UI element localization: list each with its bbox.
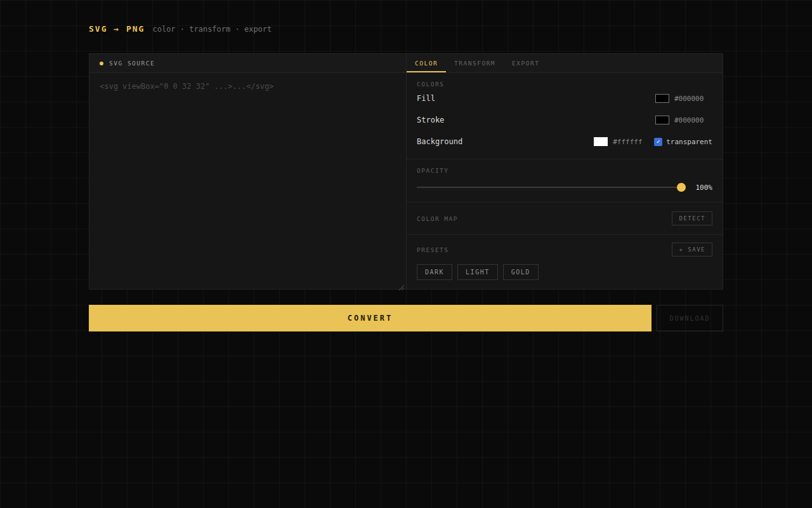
preset-light-button[interactable]: LIGHT [457, 264, 498, 280]
status-dot-icon [100, 62, 103, 65]
fill-label: Fill [417, 94, 655, 103]
opacity-slider-thumb[interactable] [677, 183, 686, 192]
background-color-row: Background #ffffff transparent [417, 131, 712, 152]
opacity-section-title: OPACITY [417, 167, 712, 174]
preset-gold-button[interactable]: GOLD [503, 264, 539, 280]
opacity-slider[interactable] [417, 183, 686, 192]
stroke-hex-value: #000000 [674, 116, 712, 124]
fill-hex-value: #000000 [674, 95, 712, 103]
textarea-resize-handle[interactable] [398, 281, 404, 287]
save-preset-button[interactable]: + SAVE [672, 243, 712, 257]
convert-button[interactable]: CONVERT [89, 305, 652, 331]
stroke-color-swatch[interactable] [655, 116, 669, 124]
opacity-value: 100% [686, 184, 712, 192]
svg-source-title: SVG SOURCE [109, 60, 155, 67]
color-map-section: COLOR MAP DETECT [407, 203, 723, 235]
color-map-section-title: COLOR MAP [417, 215, 458, 222]
app-header: SVG → PNG color · transform · export [89, 24, 723, 37]
opacity-slider-row: 100% [417, 183, 712, 192]
action-bar: CONVERT DOWNLOAD [89, 305, 723, 331]
fill-color-swatch[interactable] [655, 94, 669, 103]
download-button[interactable]: DOWNLOAD [657, 305, 723, 331]
brand-from: SVG [89, 24, 107, 34]
svg-source-input[interactable] [89, 73, 406, 289]
transparent-checkbox-label: transparent [666, 138, 712, 146]
background-color-swatch[interactable] [594, 137, 608, 146]
arrow-right-icon: → [114, 24, 120, 34]
tab-color[interactable]: COLOR [407, 54, 446, 72]
stroke-label: Stroke [417, 116, 655, 124]
controls-panel: COLOR TRANSFORM EXPORT COLORS Fill #0000… [407, 54, 723, 289]
svg-source-header: SVG SOURCE [89, 54, 406, 73]
preset-buttons: DARK LIGHT GOLD [417, 264, 712, 280]
detect-button[interactable]: DETECT [672, 211, 712, 225]
fill-color-row: Fill #000000 [417, 88, 712, 109]
opacity-section: OPACITY 100% [407, 159, 723, 203]
transparent-checkbox[interactable] [654, 138, 662, 146]
background-hex-value: #ffffff [613, 138, 651, 146]
background-label: Background [417, 137, 594, 146]
presets-section: PRESETS + SAVE DARK LIGHT GOLD [407, 235, 723, 289]
presets-section-title: PRESETS [417, 246, 449, 253]
colors-section: COLORS Fill #000000 Stroke #000000 Backg… [407, 73, 723, 159]
tab-bar: COLOR TRANSFORM EXPORT [407, 54, 723, 73]
tab-transform[interactable]: TRANSFORM [446, 54, 504, 72]
opacity-slider-track[interactable] [417, 187, 686, 188]
main-panels: SVG SOURCE COLOR TRANSFORM EXPORT COLORS [89, 53, 723, 290]
page-content: SVG → PNG color · transform · export SVG… [89, 0, 723, 331]
brand-to: PNG [126, 24, 145, 34]
presets-header-row: PRESETS + SAVE [417, 243, 712, 257]
stroke-color-row: Stroke #000000 [417, 109, 712, 131]
tab-export[interactable]: EXPORT [504, 54, 547, 72]
colors-section-title: COLORS [417, 81, 712, 88]
app-subtitle: color · transform · export [152, 25, 272, 34]
svg-source-panel: SVG SOURCE [89, 54, 407, 289]
preset-dark-button[interactable]: DARK [417, 264, 452, 280]
app-title: SVG → PNG [89, 24, 145, 34]
